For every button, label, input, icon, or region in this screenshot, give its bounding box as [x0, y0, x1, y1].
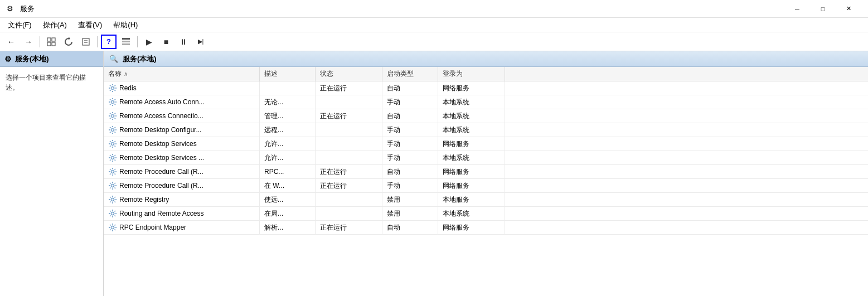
table-row[interactable]: Remote Procedure Call (R...在 W...正在运行手动网…: [104, 179, 868, 193]
sidebar-content: 选择一个项目来查看它的描述。: [0, 67, 103, 98]
forward-button[interactable]: →: [21, 35, 36, 49]
svg-rect-4: [83, 38, 89, 45]
service-logon-cell: 本地系统: [438, 207, 505, 220]
svg-point-14: [111, 115, 114, 118]
service-name-cell: Redis: [104, 81, 260, 95]
service-desc-cell: 允许...: [260, 151, 316, 164]
back-button[interactable]: ←: [3, 35, 19, 49]
refresh-button[interactable]: [61, 35, 76, 49]
toolbar-separator-2: [97, 36, 98, 47]
menu-view[interactable]: 查看(V): [72, 19, 108, 31]
sidebar-header: ⚙ 服务(本地): [0, 51, 103, 67]
service-gear-icon: [108, 223, 117, 232]
col-startup[interactable]: 启动类型: [382, 67, 438, 81]
service-startup-cell: 手动: [382, 151, 438, 164]
title-bar-text: 服务: [20, 4, 784, 14]
service-status-cell: 正在运行: [316, 221, 382, 234]
service-desc-cell: 无论...: [260, 95, 316, 109]
service-name-cell: Remote Desktop Services ...: [104, 151, 260, 164]
app-icon: ⚙: [7, 4, 16, 13]
svg-rect-3: [52, 42, 55, 46]
svg-rect-9: [122, 43, 130, 45]
pause-button[interactable]: ⏸: [176, 35, 191, 49]
service-gear-icon: [108, 153, 117, 162]
table-row[interactable]: Remote Desktop Configur...远程...手动本地系统: [104, 123, 868, 137]
stop-button[interactable]: ■: [158, 35, 174, 49]
service-startup-cell: 禁用: [382, 207, 438, 220]
service-startup-cell: 自动: [382, 81, 438, 95]
scope-icon: [47, 37, 56, 46]
svg-point-18: [111, 143, 114, 145]
service-status-cell: 正在运行: [316, 81, 382, 95]
service-name-cell: Remote Desktop Configur...: [104, 123, 260, 137]
service-desc-cell: 允许...: [260, 137, 316, 151]
service-gear-icon: [108, 167, 117, 176]
table-row[interactable]: Remote Access Auto Conn...无论...手动本地系统: [104, 95, 868, 109]
service-desc-cell: 远程...: [260, 123, 316, 137]
service-logon-cell: 本地系统: [438, 123, 505, 137]
play-button[interactable]: ▶: [141, 35, 157, 49]
table-row[interactable]: Remote Access Connectio...管理...正在运行自动本地系…: [104, 109, 868, 123]
table-row[interactable]: Remote Desktop Services ...允许...手动本地系统: [104, 151, 868, 165]
col-name[interactable]: 名称 ∧: [104, 67, 260, 81]
service-status-cell: [316, 123, 382, 137]
service-desc-cell: 管理...: [260, 109, 316, 123]
service-name-text: Remote Access Connectio...: [119, 112, 203, 120]
service-name-text: Remote Procedure Call (R...: [119, 168, 203, 176]
panel-title: 服务(本地): [123, 54, 157, 64]
service-desc-cell: 在 W...: [260, 179, 316, 192]
menu-file[interactable]: 文件(F): [2, 19, 37, 31]
service-gear-icon: [108, 98, 117, 106]
svg-point-30: [111, 226, 114, 229]
col-desc[interactable]: 描述: [260, 67, 316, 81]
maximize-button[interactable]: □: [810, 0, 836, 18]
service-name-text: RPC Endpoint Mapper: [119, 224, 186, 231]
toolbar: ← → ? ▶ ■ ⏸ ▶|: [0, 32, 868, 51]
table-body: Redis正在运行自动网络服务 Remote Access Auto Conn.…: [104, 81, 868, 235]
service-logon-cell: 网络服务: [438, 81, 505, 95]
table-row[interactable]: RPC Endpoint Mapper解析...正在运行自动网络服务: [104, 221, 868, 235]
service-status-cell: 正在运行: [316, 165, 382, 178]
col-logon[interactable]: 登录为: [438, 67, 505, 81]
service-status-cell: [316, 151, 382, 164]
service-desc-cell: RPC...: [260, 165, 316, 178]
svg-rect-7: [122, 38, 130, 40]
col-status[interactable]: 状态: [316, 67, 382, 81]
minimize-button[interactable]: ─: [784, 0, 810, 18]
svg-point-24: [111, 185, 114, 187]
service-startup-cell: 手动: [382, 95, 438, 109]
service-name-text: Remote Desktop Services ...: [119, 154, 204, 162]
svg-point-16: [111, 129, 114, 132]
table-header: 名称 ∧ 描述 状态 启动类型 登录为: [104, 67, 868, 81]
help-button[interactable]: ?: [101, 35, 117, 49]
view-button[interactable]: [118, 35, 134, 49]
service-gear-icon: [108, 111, 117, 120]
table-row[interactable]: Remote Registry使远...禁用本地服务: [104, 193, 868, 207]
table-row[interactable]: Redis正在运行自动网络服务: [104, 81, 868, 95]
table-row[interactable]: Remote Procedure Call (R...RPC...正在运行自动网…: [104, 165, 868, 179]
restart-button[interactable]: ▶|: [193, 35, 208, 49]
service-startup-cell: 手动: [382, 137, 438, 151]
service-gear-icon: [108, 181, 117, 190]
svg-point-10: [111, 87, 114, 90]
menu-help[interactable]: 帮助(H): [108, 19, 143, 31]
service-desc-cell: [260, 81, 316, 95]
service-gear-icon: [108, 195, 117, 204]
service-logon-cell: 网络服务: [438, 179, 505, 192]
service-logon-cell: 网络服务: [438, 221, 505, 234]
svg-point-28: [111, 212, 114, 215]
table-row[interactable]: Remote Desktop Services允许...手动网络服务: [104, 137, 868, 151]
close-button[interactable]: ✕: [836, 0, 861, 18]
menu-action[interactable]: 操作(A): [37, 19, 72, 31]
service-status-cell: [316, 95, 382, 109]
title-bar: ⚙ 服务 ─ □ ✕: [0, 0, 868, 18]
service-startup-cell: 自动: [382, 165, 438, 178]
svg-rect-2: [47, 42, 51, 46]
service-logon-cell: 本地系统: [438, 109, 505, 123]
table-row[interactable]: Routing and Remote Access在局...禁用本地系统: [104, 207, 868, 221]
scope-button[interactable]: [43, 35, 59, 49]
service-status-cell: [316, 137, 382, 151]
export-button[interactable]: [78, 35, 94, 49]
service-status-cell: 正在运行: [316, 109, 382, 123]
service-name-text: Routing and Remote Access: [119, 210, 203, 217]
